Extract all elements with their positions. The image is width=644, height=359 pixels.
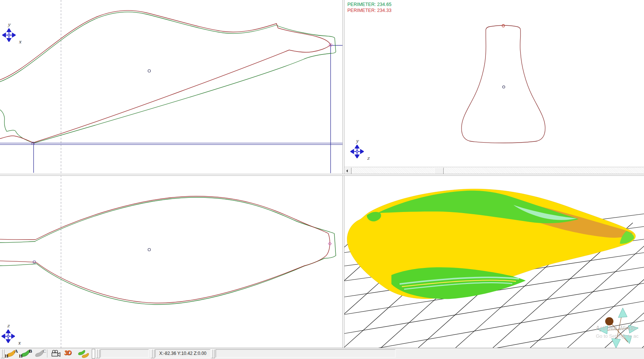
last-3d-model[interactable] [347,189,635,299]
statusbar-grip [153,349,154,358]
camera-button[interactable] [50,349,62,359]
perimeter-readouts: PERIMETER: 234.65 PERIMETER: 234.33 [347,1,391,13]
last-A-sub-letter: H [5,353,8,359]
scrollbar-thumb[interactable] [434,168,444,174]
top-view-canvas [0,175,343,348]
gizmo-origin-sphere [605,317,613,325]
last-outline-green [0,12,336,143]
construction-lines [0,44,343,173]
activation-watermark: Activate Windo Go to Settings to ac [596,325,644,339]
axis-label-vertical: z [7,323,9,328]
3d-icon: 3D [64,350,71,356]
axis-arrows-icon [1,330,15,343]
horizontal-scrollbar[interactable] [344,167,644,174]
center-marker[interactable] [148,249,151,251]
watermark-line2: Go to Settings to ac [596,333,644,339]
toolbar-grip [3,349,4,358]
axis-label-horizontal: x [19,39,21,44]
last-B-main-letter: B [29,348,32,354]
scroll-left-button[interactable] [344,168,351,174]
side-view-canvas [0,0,343,174]
axis-label-vertical: y [356,138,359,144]
section-outline [462,25,545,143]
toolbar-handle[interactable] [92,349,95,359]
center-marker[interactable] [148,70,151,72]
cursor-coordinates: X:-82.36 Y:10.42 Z:0.00 [156,350,210,357]
watermark-line1: Activate Windo [596,325,644,332]
3d-view-button[interactable]: 3D [63,349,76,359]
viewport-top-view[interactable]: z x [0,175,343,348]
last-top-outline-green [0,197,336,305]
coordinate-readout-panel: X:-82.36 Y:10.42 Z:0.00 [155,349,210,358]
viewport-section-view[interactable]: PERIMETER: 234.65 PERIMETER: 234.33 y z [344,0,644,174]
axis-label-vertical: y [8,22,10,27]
status-panel-empty-2 [216,349,396,358]
compare-lasts-icon [78,350,91,359]
toolbar-separator [47,349,47,358]
axis-arrows-icon [2,28,16,42]
axis-gizmo-yz: y z [350,145,365,160]
toolbar-grip [98,349,100,358]
section-canvas [344,0,644,174]
axis-label-horizontal: z [367,156,369,161]
last-A-button[interactable]: H A [5,349,18,359]
axis-gizmo-xy: y x [2,28,17,43]
axis-gizmo-zx: z x [1,330,16,344]
viewport-3d-view[interactable]: Activate Windo Go to Settings to ac [344,175,644,348]
status-toolbar: H A H B C 3D [0,348,644,359]
camera-icon [51,350,61,358]
last-C-main-letter: C [43,348,46,354]
last-outline-red [0,10,331,143]
status-panel-empty-1 [100,349,149,358]
last-C-button[interactable]: C [33,349,47,359]
viewport-side-view[interactable]: y x [0,0,343,174]
center-marker[interactable] [503,86,505,88]
perimeter-value-green: PERIMETER: 234.65 [347,1,391,7]
last-top-outline-red [0,196,330,303]
last-A-main-letter: A [15,348,18,354]
3d-canvas [344,175,644,348]
cad-application-window: y x PERIMETER: 234.65 PERIMETER: 234.33 … [0,0,644,359]
horizontal-splitter[interactable] [0,174,644,176]
statusbar-grip [213,349,215,358]
compare-lasts-button[interactable] [77,349,91,359]
axis-arrows-icon [350,145,364,158]
perimeter-value-red: PERIMETER: 234.33 [347,7,391,13]
axis-label-horizontal: x [18,340,21,346]
scroll-left-icon [346,169,348,172]
last-B-sub-letter: H [19,353,22,359]
control-point[interactable] [502,25,505,27]
last-B-button[interactable]: H B [19,349,32,359]
